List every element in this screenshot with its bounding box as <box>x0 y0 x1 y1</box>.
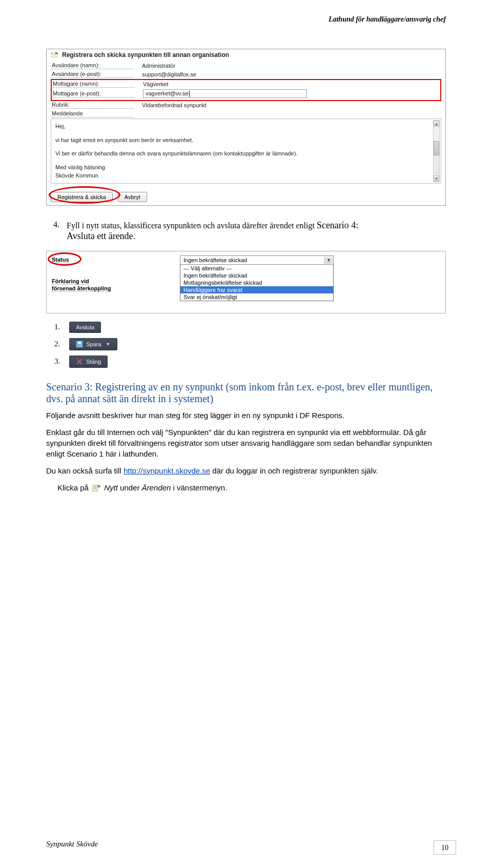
p4-under: under <box>120 483 142 492</box>
recipient-name-label: Mottagare (namn): <box>53 81 135 88</box>
p4-lead: Klicka på <box>57 483 91 492</box>
form-button-row: Registrera & skicka Avbryt <box>51 192 147 202</box>
status-option[interactable]: --- Välj alternativ --- <box>180 265 333 272</box>
cancel-button[interactable]: Avbryt <box>118 192 147 202</box>
running-header: Lathund för handläggare/ansvarig chef <box>329 15 446 24</box>
stang-button[interactable]: Stäng <box>69 356 108 368</box>
step-number: 2. <box>54 340 60 348</box>
save-disk-icon <box>76 341 83 348</box>
delay-line1: Förklaring vid <box>52 278 89 285</box>
chevron-down-icon[interactable]: ▼ <box>324 257 333 264</box>
delay-explanation-label: Förklaring vid försenad återkoppling <box>52 278 111 292</box>
status-option[interactable]: Ingen bekräftelse skickad <box>180 272 333 279</box>
subject-label: Rubrik: <box>52 102 134 109</box>
recipient-mail-label: Mottagare (e-post): <box>53 90 135 97</box>
message-label: Meddelande <box>52 110 134 117</box>
register-send-button[interactable]: Registrera & skicka <box>51 192 113 202</box>
step-4-lead: Fyll i nytt status, klassificera synpunk… <box>67 221 317 230</box>
small-step-2: 2. Spara ▼ <box>54 338 446 350</box>
status-option[interactable]: Handläggare har svarat <box>180 286 333 293</box>
msg-line: Skövde Kommun <box>55 171 437 180</box>
sender-name-label: Avsändare (namn): <box>52 62 134 69</box>
form-title: Registrera och skicka synpunkten till an… <box>62 51 229 58</box>
internen-paragraph: Enklast går du till Internen och välj "S… <box>46 427 446 459</box>
sender-mail-value: support@digitalfox.se <box>140 71 440 78</box>
status-screenshot: Status Förklaring vid försenad återkoppl… <box>46 251 446 313</box>
recipient-mail-value: vagverket@vv.se <box>146 90 189 96</box>
status-option[interactable]: Svar ej önskat/möjligt <box>180 293 333 301</box>
p3-trail: där du loggar in och registrerar synpunk… <box>210 466 378 475</box>
nytt-paragraph: Klicka på Nytt under Ärenden i vänsterme… <box>57 482 446 493</box>
recipient-mail-input[interactable]: vagverket@vv.se <box>143 89 307 98</box>
spara-button[interactable]: Spara ▼ <box>69 338 117 350</box>
close-x-icon <box>76 358 83 365</box>
step-4-period: . <box>133 232 135 241</box>
delay-line2: försenad återkoppling <box>52 285 111 292</box>
scenario-4-title: Avsluta ett ärende <box>67 231 133 241</box>
small-steps: 1. Avsluta 2. Spara ▼ 3. Stäng <box>54 322 446 368</box>
footer-title: Synpunkt Skövde <box>46 840 98 849</box>
status-current[interactable]: Ingen bekräftelse skickad ▼ <box>180 255 334 265</box>
status-left: Status Förklaring vid försenad återkoppl… <box>52 257 111 292</box>
sender-name-value: Administratör <box>140 62 440 69</box>
status-option[interactable]: Mottagningsbekräftelse skickad <box>180 279 333 286</box>
intro-paragraph: Följande avsnitt beskriver hur man steg … <box>46 410 446 421</box>
status-option-list[interactable]: --- Välj alternativ ---Ingen bekräftelse… <box>180 265 334 301</box>
step-number: 1. <box>54 323 60 331</box>
recipient-mail-field[interactable]: vagverket@vv.se <box>141 89 439 98</box>
spara-label: Spara <box>86 341 101 347</box>
message-label-row: Meddelande <box>47 110 445 117</box>
arenden-text: Ärenden <box>142 483 171 492</box>
stang-label: Stäng <box>86 359 101 365</box>
p4-trail: i vänstermenyn. <box>173 483 228 492</box>
text-cursor-icon <box>189 91 190 97</box>
recipient-name-row: Mottagare (namn): Vägverket <box>52 81 440 89</box>
subject-row: Rubrik: Vidarebefordrad synpunkt <box>47 101 445 110</box>
scroll-thumb[interactable] <box>434 141 439 155</box>
nytt-text: Nytt <box>104 483 118 492</box>
step-number: 3. <box>54 357 60 366</box>
scroll-up-icon[interactable]: ▲ <box>434 121 439 127</box>
mail-forward-icon <box>51 51 59 58</box>
step-4: 4. Fyll i nytt status, klassificera synp… <box>53 220 446 242</box>
scenario-4-label: Scenario 4: <box>317 220 358 230</box>
recipient-name-value[interactable]: Vägverket <box>141 81 439 88</box>
forward-form-screenshot: Registrera och skicka synpunkten till an… <box>46 49 446 206</box>
form-title-row: Registrera och skicka synpunkten till an… <box>47 49 445 62</box>
p3-lead: Du kan också surfa till <box>46 466 124 475</box>
msg-line: Hej, <box>55 122 437 131</box>
scenario-4-ref: Scenario 4: <box>317 220 358 230</box>
sender-mail-label: Avsändare (e-post): <box>52 71 134 78</box>
sender-mail-row: Avsändare (e-post): support@digitalfox.s… <box>47 70 445 79</box>
link-paragraph: Du kan också surfa till http://synpunkt.… <box>46 465 446 476</box>
sender-name-row: Avsändare (namn): Administratör <box>47 62 445 70</box>
step-number: 4. <box>53 220 61 242</box>
message-textarea[interactable]: Hej, vi har tagit emot en synpunkt som b… <box>51 119 441 184</box>
avsluta-button[interactable]: Avsluta <box>69 322 101 333</box>
status-dropdown[interactable]: Ingen bekräftelse skickad ▼ --- Välj alt… <box>180 255 334 301</box>
msg-line: vi har tagit emot en synpunkt som berör … <box>55 136 437 145</box>
new-document-icon <box>92 484 101 491</box>
scrollbar[interactable]: ▲ ▼ <box>433 120 440 182</box>
msg-line: Med vänlig hälsning <box>55 163 437 172</box>
scenario-3-heading: Scenario 3: Registrering av en ny synpun… <box>46 381 446 405</box>
small-step-1: 1. Avsluta <box>54 322 446 333</box>
small-step-3: 3. Stäng <box>54 356 446 368</box>
status-label: Status <box>52 257 69 263</box>
recipient-mail-row: Mottagare (e-post): vagverket@vv.se <box>52 89 440 100</box>
msg-line: Vi ber er därför behandla denna och svar… <box>55 149 437 158</box>
synpunkt-link[interactable]: http://synpunkt.skovde.se <box>124 466 210 475</box>
page-number: 10 <box>434 840 456 855</box>
status-current-value: Ingen bekräftelse skickad <box>183 257 247 263</box>
recipient-highlight-box: Mottagare (namn): Vägverket Mottagare (e… <box>51 79 441 101</box>
step-4-text: Fyll i nytt status, klassificera synpunk… <box>67 220 358 242</box>
avsluta-label: Avsluta <box>76 324 94 330</box>
chevron-down-icon: ▼ <box>106 342 111 347</box>
subject-value: Vidarebefordrad synpunkt <box>140 102 440 109</box>
scroll-down-icon[interactable]: ▼ <box>434 175 439 182</box>
